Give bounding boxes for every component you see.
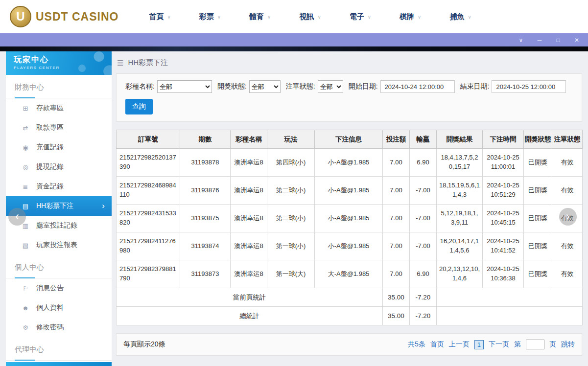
cell-info: 大-A盤@1.985 — [315, 260, 383, 288]
prev-page-link[interactable]: 上一页 — [449, 340, 470, 349]
carousel-right-arrow[interactable]: › — [559, 208, 577, 226]
total-summary-row: 總統計 35.00 -7.20 — [117, 307, 583, 325]
cell-play: 第一球(小) — [267, 232, 315, 260]
sidebar-item-label: 提現記錄 — [36, 162, 64, 171]
logo[interactable]: U USDT CASINO — [10, 6, 118, 27]
goto-page-input[interactable] — [526, 340, 544, 349]
withdraw-icon: ⇄ — [22, 124, 29, 132]
bet-table: 訂單號期數彩種名稱玩法下注信息投注額輸贏開獎結果下注時間開獎狀態注單狀態 215… — [116, 130, 583, 325]
cell-info: 小-A盤@1.985 — [315, 177, 383, 205]
nav-item-fishing[interactable]: 捕魚 ∨ — [449, 12, 471, 22]
maximize-icon[interactable]: □ — [555, 37, 562, 43]
nav-item-lottery[interactable]: 彩票 ∨ — [199, 12, 221, 22]
withdrawal-record-icon: ◎ — [22, 163, 29, 171]
nav-label: 體育 — [249, 12, 264, 22]
sidebar-item-withdrawal-record[interactable]: ◎ 提現記錄 — [6, 157, 112, 177]
cell-bet: 7.00 — [383, 260, 410, 288]
sidebar-item-player-bet-report[interactable]: ▧ 玩家投注報表 — [6, 235, 112, 255]
cell-result: 18,4,13,7,5,20,15,17 — [437, 149, 483, 177]
column-header: 彩種名稱 — [231, 130, 267, 149]
sidebar-item-change-password[interactable]: ⚙ 修改密碼 — [6, 318, 112, 337]
window-chevron-icon[interactable]: ∨ — [517, 37, 524, 43]
hamburger-icon[interactable]: ☰ — [117, 59, 123, 68]
chevron-down-icon: ∨ — [468, 14, 471, 20]
carousel-left-arrow[interactable]: ‹ — [8, 208, 26, 226]
start-date-label: 開始日期: — [349, 82, 378, 91]
nav-label: 首頁 — [149, 12, 164, 22]
draw-status-select[interactable]: 全部 — [249, 80, 281, 93]
start-date-input[interactable] — [380, 80, 455, 93]
nav-item-sports[interactable]: 體育 ∨ — [249, 12, 271, 22]
deposit-icon: ⊞ — [22, 105, 29, 112]
sidebar-item-recharge-record[interactable]: ◉ 充值記錄 — [6, 137, 112, 157]
cell-bet: 7.00 — [383, 205, 410, 232]
minimize-icon[interactable]: ─ — [536, 37, 543, 43]
bet-table-card: 訂單號期數彩種名稱玩法下注信息投注額輸贏開獎結果下注時間開獎狀態注單狀態 215… — [116, 130, 582, 325]
breadcrumb: ☰ HH彩票下注 — [117, 58, 582, 68]
cell-order: 2152172982468984110 — [117, 177, 180, 205]
section-title-personal: 個人中心 — [6, 255, 112, 278]
logo-text: USDT CASINO — [36, 10, 118, 23]
column-header: 期數 — [180, 130, 231, 149]
sidebar: 玩家中心 PLAYERS CENTER 財務中心 ⊞ 存款專區 ⇄ 取款專區 ◉… — [6, 51, 112, 366]
sidebar-item-label: 資金記錄 — [36, 182, 64, 191]
sidebar-item-funds-record[interactable]: ≣ 資金記錄 — [6, 177, 112, 196]
pager: 共5条 首页 上一页 1 下一页 第 页 跳转 — [408, 340, 575, 349]
end-date-input[interactable] — [492, 80, 566, 93]
close-icon[interactable]: ✕ — [573, 37, 580, 43]
chevron-down-icon: ∨ — [267, 14, 271, 20]
nav-label: 彩票 — [199, 12, 214, 22]
sidebar-item-label: 修改密碼 — [36, 323, 64, 332]
search-button[interactable]: 查詢 — [125, 99, 153, 114]
logo-icon: U — [10, 6, 31, 27]
total-count: 共5条 — [408, 340, 425, 349]
chevron-down-icon: ∨ — [217, 14, 221, 20]
table-row: 215217298241127698031193874澳洲幸运8第一球(小)小-… — [117, 232, 583, 260]
lottery-name-select[interactable]: 全部 — [157, 80, 212, 93]
column-header: 開獎狀態 — [524, 130, 552, 149]
cell-lottery: 澳洲幸运8 — [231, 149, 267, 177]
sidebar-item-withdraw[interactable]: ⇄ 取款專區 — [6, 118, 112, 137]
goto-button[interactable]: 跳转 — [561, 340, 575, 349]
nav-item-cards[interactable]: 棋牌 ∨ — [400, 12, 421, 22]
order-status-select[interactable]: 全部 — [318, 80, 343, 93]
filter-panel: 彩種名稱: 全部 開獎狀態: 全部 注單狀態: 全 — [116, 73, 582, 122]
cell-time: 2024-10-25 10:45:15 — [483, 205, 524, 232]
first-page-link[interactable]: 首页 — [430, 340, 444, 349]
cell-order: 2152172982431533820 — [117, 205, 180, 232]
cell-time: 2024-10-25 10:36:38 — [483, 260, 524, 288]
nav-item-live[interactable]: 視訊 ∨ — [299, 12, 321, 22]
goto-suffix-label: 页 — [549, 340, 556, 349]
table-row: 215217298246898411031193876澳洲幸运8第二球(小)小-… — [117, 177, 583, 205]
nav-item-home[interactable]: 首頁 ∨ — [149, 12, 170, 22]
current-page[interactable]: 1 — [474, 340, 484, 349]
cell-drawstatus: 已開獎 — [524, 149, 552, 177]
sidebar-item-label: HH彩票下注 — [36, 202, 73, 210]
table-header-row: 訂單號期數彩種名稱玩法下注信息投注額輸贏開獎結果下注時間開獎狀態注單狀態 — [117, 130, 583, 149]
page-summary-winloss: -7.20 — [410, 288, 437, 307]
sidebar-item-announcements[interactable]: ⚐ 消息公告 — [6, 278, 112, 298]
cell-orderstatus: 有效 — [552, 260, 583, 288]
player-report-icon: ▧ — [22, 242, 29, 249]
cell-result: 16,20,14,17,11,4,5,6 — [437, 232, 483, 260]
lottery-name-label: 彩種名稱: — [125, 82, 155, 91]
chevron-down-icon: ∨ — [368, 14, 371, 20]
nav-label: 視訊 — [299, 12, 314, 22]
sidebar-item-profile[interactable]: ☻ 個人資料 — [6, 298, 112, 318]
sidebar-item-deposit[interactable]: ⊞ 存款專區 — [6, 98, 112, 118]
cell-play: 第二球(小) — [267, 205, 315, 232]
page-summary-row: 當前頁統計 35.00 -7.20 — [117, 288, 583, 307]
column-header: 投注額 — [383, 130, 410, 149]
cell-win: 6.90 — [410, 149, 437, 177]
cell-orderstatus: 有效 — [552, 149, 583, 177]
cell-orderstatus: 有效 — [552, 177, 583, 205]
sidebar-subtitle: PLAYERS CENTER — [14, 66, 112, 70]
chevron-left-icon: ‹ — [15, 210, 19, 222]
cell-info: 小-A盤@1.985 — [315, 149, 383, 177]
sidebar-item-label: 個人資料 — [36, 303, 64, 312]
chevron-down-icon: ∨ — [167, 14, 170, 20]
active-item-arrow-icon: › — [102, 201, 105, 211]
cell-lottery: 澳洲幸运8 — [231, 177, 267, 205]
nav-item-slots[interactable]: 電子 ∨ — [350, 12, 371, 22]
next-page-link[interactable]: 下一页 — [489, 340, 509, 349]
